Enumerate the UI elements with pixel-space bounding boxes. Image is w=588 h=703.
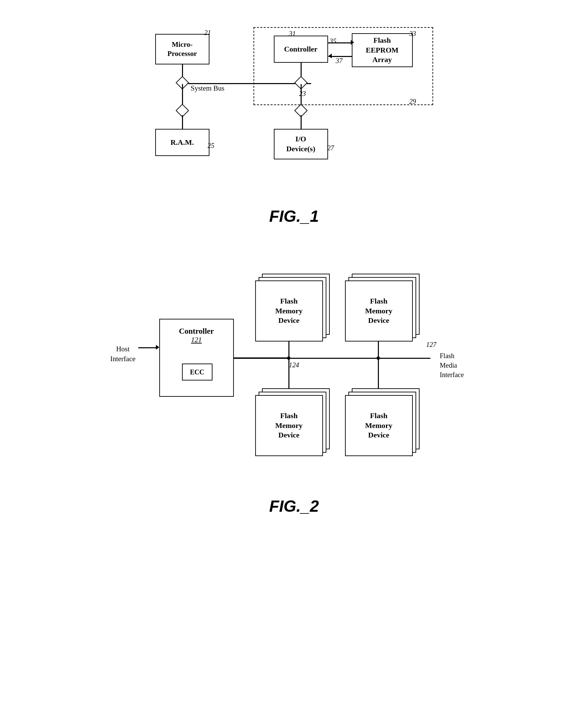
ram-box: R.A.M. [155,129,209,156]
flash-card-2-front: FlashMemoryDevice [345,280,413,341]
label-21: 21 [204,29,211,37]
flash-card-4-front: FlashMemoryDevice [345,395,413,456]
label-29: 29 [409,98,416,105]
flash-mem-2-text: FlashMemoryDevice [365,296,392,326]
io-label: I/ODevice(s) [286,134,316,154]
label-27: 27 [327,144,334,152]
vline-stack2 [378,341,379,358]
flash-eeprom-box: FlashEEPROMArray [352,33,413,67]
microprocessor-label: Micro-Processor [167,40,197,59]
flash-mem-3-text: FlashMemoryDevice [275,411,303,440]
fig1-diagram: 29 Micro-Processor 21 Controller 31 Flas… [142,24,447,200]
vline-stack1 [288,341,289,358]
controller-box-fig2: Controller 121 ECC [159,319,234,397]
flash-media-interface-text: FlashMediaInterface [440,352,464,378]
ecc-label: ECC [190,368,204,376]
label-37: 37 [336,57,343,65]
label-23: 23 [299,90,306,98]
io-box: I/ODevice(s) [274,129,328,159]
vline-io2 [301,115,302,129]
flash-eeprom-label: FlashEEPROMArray [366,36,399,65]
label-31: 31 [289,30,296,38]
controller-text-fig2: Controller [179,327,214,336]
fig2-title: FIG._2 [108,497,481,515]
system-bus-label: System Bus [191,84,225,93]
label-25: 25 [208,142,215,150]
label-127: 127 [426,341,437,349]
page: 29 Micro-Processor 21 Controller 31 Flas… [20,14,568,515]
host-arrow-line [138,347,157,348]
flash-card-1-front: FlashMemoryDevice [255,280,323,341]
microprocessor-box: Micro-Processor [155,34,209,64]
controller-num-fig2: 121 [191,336,202,344]
arrow-35-head [351,40,354,45]
flash-mem-1-text: FlashMemoryDevice [275,296,303,326]
controller-box-fig1: Controller [274,36,328,63]
controller-label-fig1: Controller [284,44,318,54]
label-124: 124 [289,361,299,369]
fig2-diagram: HostInterface Controller 121 ECC 124 127 [108,253,481,490]
ecc-box: ECC [182,364,212,380]
ctrl-right-h [234,357,288,358]
ram-label: R.A.M. [170,138,194,148]
host-interface-text: HostInterface [110,345,136,363]
flash-card-3-front: FlashMemoryDevice [255,395,323,456]
fig2-container: HostInterface Controller 121 ECC 124 127 [108,253,481,515]
fig1-title: FIG._1 [142,207,447,226]
arrow-37-head [328,54,332,58]
host-interface-label: HostInterface [108,344,138,364]
fig1-container: 29 Micro-Processor 21 Controller 31 Flas… [142,24,447,226]
label-35: 35 [330,37,337,45]
host-arrow-head [156,345,159,350]
vline-ram2 [182,115,183,129]
flash-media-interface-label: FlashMediaInterface [440,351,464,379]
flash-mem-4-text: FlashMemoryDevice [365,411,392,440]
label-33: 33 [409,30,416,38]
